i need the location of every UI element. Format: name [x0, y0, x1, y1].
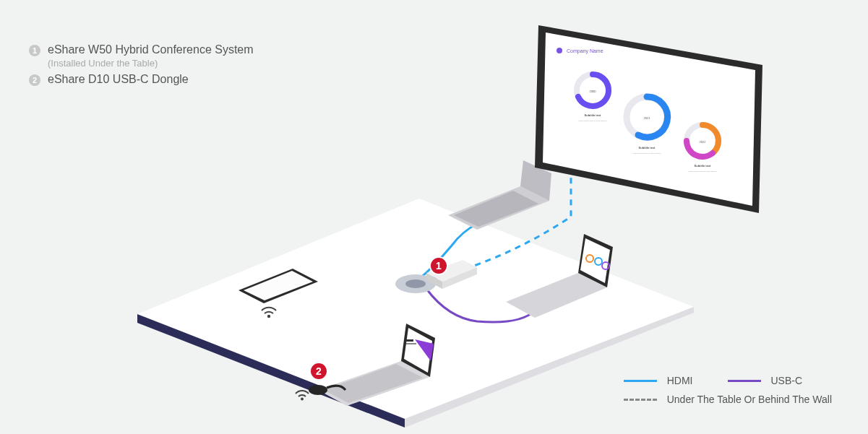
svg-point-27	[301, 398, 304, 401]
callout-badge-1: 1	[431, 258, 447, 274]
wall-display: Company Name 2000 Subtitle text Lorem ip…	[535, 25, 762, 213]
svg-point-30	[557, 48, 562, 53]
scene-diagram: Company Name 2000 Subtitle text Lorem ip…	[0, 0, 868, 434]
svg-rect-25	[406, 343, 416, 344]
display-heading: Company Name	[567, 48, 603, 54]
svg-text:Subtitle text: Subtitle text	[639, 146, 656, 149]
svg-text:2021: 2021	[644, 116, 651, 120]
callout-badge-2: 2	[311, 363, 327, 379]
wifi-icon-2	[296, 391, 309, 401]
svg-text:Subtitle text: Subtitle text	[695, 164, 712, 168]
table	[137, 199, 694, 428]
svg-text:Lorem ipsum dolor sit amet adi: Lorem ipsum dolor sit amet adipisci	[632, 152, 661, 155]
svg-text:2022: 2022	[700, 140, 707, 144]
svg-point-9	[267, 315, 270, 318]
svg-point-3	[405, 279, 426, 288]
svg-point-26	[309, 385, 327, 395]
laptop-top	[448, 160, 551, 230]
svg-text:Subtitle text: Subtitle text	[585, 113, 602, 117]
svg-text:Lorem ipsum dolor sit amet adi: Lorem ipsum dolor sit amet adipisci	[578, 120, 607, 122]
svg-rect-24	[406, 339, 413, 342]
svg-text:Lorem ipsum dolor sit amet adi: Lorem ipsum dolor sit amet adipisci	[688, 170, 717, 173]
svg-marker-0	[137, 199, 694, 419]
svg-text:2000: 2000	[590, 90, 597, 93]
